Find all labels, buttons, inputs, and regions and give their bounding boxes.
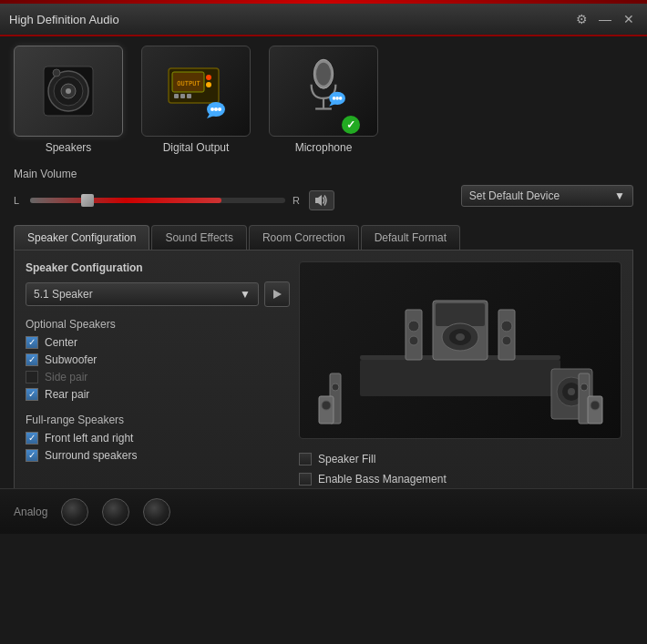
bass-management-checkbox[interactable] — [299, 473, 312, 486]
svg-point-18 — [214, 107, 218, 111]
volume-row: L R — [14, 190, 334, 210]
svg-point-53 — [322, 401, 331, 410]
speaker-wave-icon — [314, 194, 329, 207]
analog-label: Analog — [14, 506, 47, 518]
optional-speakers-section: Optional Speakers ✓ Center ✓ Subwoofer — [26, 318, 290, 401]
side-pair-checkbox-item: Side pair — [26, 371, 290, 383]
minimize-button[interactable]: — — [596, 12, 614, 26]
volume-right-label: R — [293, 195, 302, 206]
bass-management-label[interactable]: Enable Bass Management — [318, 473, 447, 486]
window-title: High Definition Audio — [9, 13, 119, 26]
speaker-visualization — [299, 261, 621, 439]
rear-pair-label[interactable]: Rear pair — [45, 388, 89, 401]
tab-room-correction[interactable]: Room Correction — [249, 225, 359, 250]
svg-point-10 — [206, 75, 211, 80]
svg-text:OUTPUT: OUTPUT — [177, 80, 200, 87]
svg-point-34 — [408, 321, 419, 332]
microphone-label: Microphone — [295, 141, 353, 154]
tab-content: Speaker Configuration 5.1 Speaker ▼ Opti… — [14, 250, 633, 525]
side-pair-checkbox[interactable] — [26, 371, 38, 383]
front-lr-checkbox-item: ✓ Front left and right — [26, 432, 290, 445]
svg-point-55 — [591, 401, 600, 410]
svg-rect-12 — [174, 94, 179, 98]
tab-default-format[interactable]: Default Format — [361, 225, 460, 250]
rear-pair-checkbox-item: ✓ Rear pair — [26, 388, 290, 401]
svg-point-47 — [568, 388, 575, 395]
digital-output-device[interactable]: OUTPUT Digital Output — [141, 46, 251, 154]
speaker-dropdown-arrow: ▼ — [240, 288, 251, 301]
volume-slider-thumb[interactable] — [81, 194, 94, 207]
surround-checkbox-item: ✓ Surround speakers — [26, 449, 290, 462]
speaker-config-title: Speaker Configuration — [26, 261, 290, 274]
left-panel: Speaker Configuration 5.1 Speaker ▼ Opti… — [26, 261, 290, 513]
speaker-type-dropdown[interactable]: 5.1 Speaker ▼ — [26, 282, 259, 306]
speakers-device[interactable]: Speakers — [14, 46, 123, 154]
device-controls-row: Set Default Device ▼ — [461, 185, 633, 207]
svg-point-43 — [502, 336, 511, 345]
digital-output-label: Digital Output — [163, 141, 230, 154]
speaker-fill-checkbox[interactable] — [299, 453, 312, 465]
svg-point-40 — [456, 333, 465, 341]
rear-pair-checkmark: ✓ — [28, 390, 36, 399]
front-lr-checkbox[interactable]: ✓ — [26, 432, 38, 445]
center-label[interactable]: Center — [45, 336, 77, 349]
microphone-icon-box[interactable]: ✓ — [269, 46, 378, 137]
default-device-label: Set Default Device — [469, 189, 560, 202]
svg-point-19 — [218, 107, 221, 111]
analog-indicator-3 — [143, 498, 170, 526]
side-pair-label[interactable]: Side pair — [45, 371, 87, 383]
svg-point-28 — [339, 97, 343, 100]
analog-indicator-2 — [102, 498, 129, 526]
fullrange-speakers-section: Full-range Speakers ✓ Front left and rig… — [26, 414, 290, 462]
close-button[interactable]: ✕ — [620, 12, 638, 26]
tab-sound-effects[interactable]: Sound Effects — [151, 225, 247, 250]
subwoofer-label[interactable]: Subwoofer — [45, 353, 97, 366]
analog-indicator-1 — [61, 498, 88, 526]
tabs-row: Speaker Configuration Sound Effects Room… — [14, 225, 633, 250]
svg-rect-33 — [406, 310, 422, 360]
volume-label: Main Volume — [14, 168, 633, 180]
microphone-device[interactable]: ✓ Microphone — [269, 46, 378, 154]
svg-point-26 — [333, 97, 336, 100]
speaker-select-row: 5.1 Speaker ▼ — [26, 281, 290, 307]
subwoofer-checkmark: ✓ — [28, 355, 36, 364]
speakers-icon-box[interactable] — [14, 46, 123, 137]
settings-button[interactable]: ⚙ — [572, 12, 591, 26]
dropdown-arrow-icon: ▼ — [614, 189, 625, 202]
svg-point-35 — [409, 336, 418, 345]
volume-mute-button[interactable] — [309, 190, 334, 210]
svg-point-27 — [335, 97, 339, 100]
center-checkbox-item: ✓ Center — [26, 336, 290, 349]
speaker-fill-option: Speaker Fill — [299, 453, 621, 465]
svg-rect-41 — [498, 310, 515, 360]
digital-output-icon: OUTPUT — [159, 59, 232, 123]
optional-speakers-label: Optional Speakers — [26, 318, 290, 331]
default-device-dropdown[interactable]: Set Default Device ▼ — [461, 185, 633, 207]
speakers-label: Speakers — [46, 141, 92, 154]
front-lr-label[interactable]: Front left and right — [45, 432, 133, 445]
bottom-bar: Analog — [0, 488, 647, 534]
digital-output-icon-box[interactable]: OUTPUT — [141, 46, 251, 137]
rear-pair-checkbox[interactable]: ✓ — [26, 388, 38, 401]
volume-slider-fill — [30, 198, 221, 203]
subwoofer-checkbox[interactable]: ✓ — [26, 353, 38, 366]
right-panel: Speaker Fill Enable Bass Management Swap… — [299, 261, 621, 513]
device-row: Speakers OUTPUT — [14, 46, 633, 154]
tab-speaker-configuration[interactable]: Speaker Configuration — [14, 225, 149, 250]
microphone-icon — [292, 54, 355, 127]
surround-checkmark: ✓ — [28, 451, 36, 460]
svg-marker-29 — [315, 195, 322, 206]
surround-checkbox[interactable]: ✓ — [26, 449, 38, 462]
surround-label[interactable]: Surround speakers — [45, 449, 137, 462]
mic-container: ✓ — [292, 54, 355, 129]
speakers-icon — [36, 59, 100, 123]
play-test-button[interactable] — [264, 281, 290, 307]
fullrange-label: Full-range Speakers — [26, 414, 290, 426]
speaker-fill-label[interactable]: Speaker Fill — [318, 453, 375, 465]
svg-point-51 — [580, 383, 588, 391]
volume-slider-track[interactable] — [30, 198, 285, 203]
center-checkbox[interactable]: ✓ — [26, 336, 38, 349]
speaker-type-value: 5.1 Speaker — [34, 288, 93, 301]
bass-management-option: Enable Bass Management — [299, 473, 621, 486]
svg-rect-13 — [180, 94, 185, 98]
